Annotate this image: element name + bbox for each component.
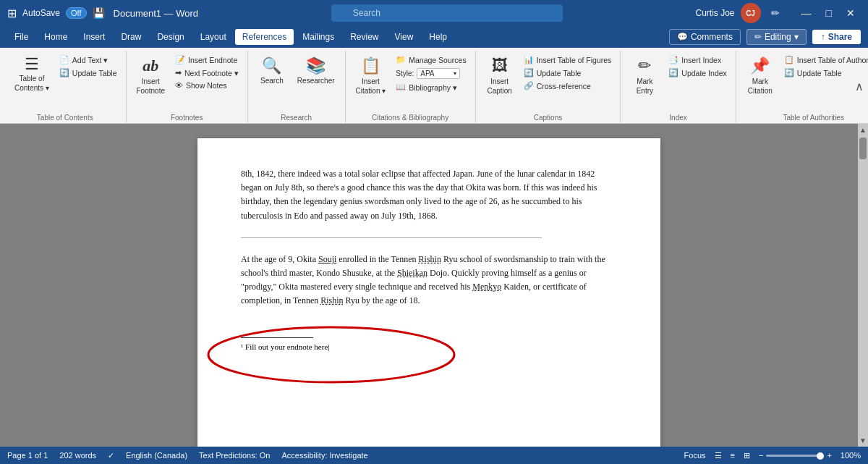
scroll-up-icon[interactable]: ▲	[857, 124, 868, 136]
avatar[interactable]: CJ	[741, 3, 761, 23]
view-grid-icon[interactable]: ≡	[731, 451, 735, 460]
update-table-button[interactable]: 🔄 Update Table	[56, 67, 120, 79]
proofing-icon[interactable]: ✓	[108, 451, 114, 460]
search-button[interactable]: 🔍 Search	[254, 54, 290, 88]
research-group-label: Research	[254, 114, 339, 123]
zoom-slider[interactable]	[766, 455, 824, 457]
insert-citation-button[interactable]: 📋 InsertCitation ▾	[352, 54, 391, 98]
citation-label: InsertCitation ▾	[356, 77, 386, 96]
menu-design[interactable]: Design	[150, 29, 191, 45]
scroll-thumb[interactable]	[859, 138, 867, 159]
menu-home[interactable]: Home	[37, 29, 75, 45]
menu-references[interactable]: References	[235, 29, 294, 45]
menu-layout[interactable]: Layout	[193, 29, 234, 45]
language[interactable]: English (Canada)	[126, 451, 187, 460]
menu-mailings[interactable]: Mailings	[295, 29, 341, 45]
insert-toa-label: Insert Table of Authorities	[797, 56, 868, 64]
section-divider	[241, 237, 542, 238]
endnote-text[interactable]: ¹ Fill out your endnote here	[241, 342, 617, 351]
pen-icon[interactable]: ✏	[767, 6, 784, 20]
mark-entry-button[interactable]: ✏ MarkEntry	[626, 54, 663, 98]
search-label: Search	[260, 77, 284, 85]
document-scroll-area[interactable]: 8th, 1842, there indeed was a total sola…	[0, 124, 858, 447]
menu-help[interactable]: Help	[422, 29, 454, 45]
update-toa-label: Update Table	[797, 69, 842, 77]
mark-citation-button[interactable]: 📌 MarkCitation	[742, 54, 778, 98]
word-count: 202 words	[59, 451, 96, 460]
update-toa-icon: 🔄	[784, 68, 794, 77]
add-text-icon: 📄	[59, 55, 69, 64]
citations-small-buttons: 📁 Manage Sources Style: APA ▾ 📖 Bibliogr…	[393, 54, 469, 93]
menkyo-link[interactable]: Menkyo	[472, 282, 501, 292]
menu-file[interactable]: File	[7, 29, 35, 45]
cross-ref-label: Cross-reference	[537, 82, 591, 90]
update-index-button[interactable]: 🔄 Update Index	[665, 67, 729, 79]
windows-logo-icon[interactable]: ⊞	[7, 7, 17, 20]
insert-table-figures-button[interactable]: 📊 Insert Table of Figures	[521, 54, 615, 66]
endnote-line	[241, 337, 313, 338]
minimize-button[interactable]: —	[796, 6, 817, 20]
ribbon-group-research: 🔍 Search 📚 Researcher Research	[248, 51, 346, 123]
comments-button[interactable]: 💬 Comments	[669, 29, 741, 45]
update-table-captions-button[interactable]: 🔄 Update Table	[521, 67, 615, 79]
view-tiles-icon[interactable]: ⊞	[744, 451, 750, 460]
text-cursor	[328, 342, 329, 351]
menu-insert[interactable]: Insert	[76, 29, 112, 45]
menu-draw[interactable]: Draw	[114, 29, 148, 45]
document-title: Document1 — Word	[114, 8, 199, 19]
insert-index-label: Insert Index	[681, 56, 721, 64]
update-captions-icon: 🔄	[524, 68, 534, 77]
zoom-out-icon[interactable]: −	[759, 451, 763, 460]
researcher-button[interactable]: 📚 Researcher	[293, 54, 339, 88]
insert-endnote-button[interactable]: 📝 Insert Endnote	[172, 54, 242, 66]
insert-caption-button[interactable]: 🖼 InsertCaption	[482, 54, 518, 98]
next-footnote-button[interactable]: ➡ Next Footnote ▾	[172, 67, 242, 79]
autosave-toggle[interactable]: Off	[66, 7, 86, 19]
paragraph-2: At the age of 9, Okita Souji enrolled in…	[241, 253, 617, 308]
style-select[interactable]: APA ▾	[417, 68, 460, 79]
accessibility[interactable]: Accessibility: Investigate	[281, 451, 367, 460]
caption-icon: 🖼	[492, 56, 508, 75]
focus-button[interactable]: Focus	[684, 451, 706, 460]
share-button[interactable]: ↑ Share	[812, 30, 861, 44]
scroll-down-icon[interactable]: ▼	[857, 434, 868, 447]
souji-link[interactable]: Souji	[318, 254, 336, 264]
toc-content: ☰ Table ofContents ▾ 📄 Add Text ▾ 🔄 Upda…	[10, 51, 120, 114]
cross-reference-button[interactable]: 🔗 Cross-reference	[521, 80, 615, 92]
update-captions-label: Update Table	[537, 69, 582, 77]
add-text-button[interactable]: 📄 Add Text ▾	[56, 54, 120, 66]
editing-chevron-icon: ▾	[794, 32, 799, 42]
show-notes-button[interactable]: 👁 Show Notes	[172, 80, 242, 91]
bibliography-button[interactable]: 📖 Bibliography ▾	[393, 81, 469, 93]
menu-review[interactable]: Review	[343, 29, 386, 45]
update-toa-button[interactable]: 🔄 Update Table	[781, 67, 868, 79]
style-value: APA	[420, 69, 434, 77]
editing-button[interactable]: ✏ Editing ▾	[746, 29, 807, 45]
text-predictions[interactable]: Text Predictions: On	[199, 451, 270, 460]
table-of-contents-button[interactable]: ☰ Table ofContents ▾	[10, 54, 54, 96]
rishin2-link[interactable]: Rishin	[320, 295, 343, 305]
insert-footnote-button[interactable]: ab InsertFootnote	[132, 54, 169, 98]
ribbon-expand-icon[interactable]: ∧	[855, 79, 864, 93]
ribbon-group-index: ✏ MarkEntry 📑 Insert Index 🔄 Update Inde…	[621, 51, 736, 123]
save-icon[interactable]: 💾	[93, 7, 105, 19]
manage-sources-button[interactable]: 📁 Manage Sources	[393, 54, 469, 66]
zoom-level: 100%	[841, 451, 861, 460]
mark-citation-label: MarkCitation	[748, 77, 773, 96]
comments-icon: 💬	[677, 32, 688, 42]
close-button[interactable]: ✕	[841, 6, 861, 20]
ribbon: ☰ Table ofContents ▾ 📄 Add Text ▾ 🔄 Upda…	[0, 48, 868, 124]
insert-toa-button[interactable]: 📋 Insert Table of Authorities	[781, 54, 868, 66]
view-list-icon[interactable]: ☰	[715, 451, 722, 460]
researcher-icon: 📚	[306, 56, 326, 75]
shieikan-link[interactable]: Shieikan	[397, 268, 427, 278]
zoom-in-icon[interactable]: +	[827, 451, 831, 460]
restore-button[interactable]: □	[820, 6, 838, 20]
autosave-label: AutoSave	[22, 8, 60, 18]
search-input[interactable]	[353, 8, 541, 18]
footnote-icon: ab	[142, 56, 158, 75]
insert-index-button[interactable]: 📑 Insert Index	[665, 54, 729, 66]
rishin1-link[interactable]: Rishin	[419, 254, 441, 264]
menu-view[interactable]: View	[388, 29, 421, 45]
update-index-icon: 🔄	[668, 68, 678, 77]
